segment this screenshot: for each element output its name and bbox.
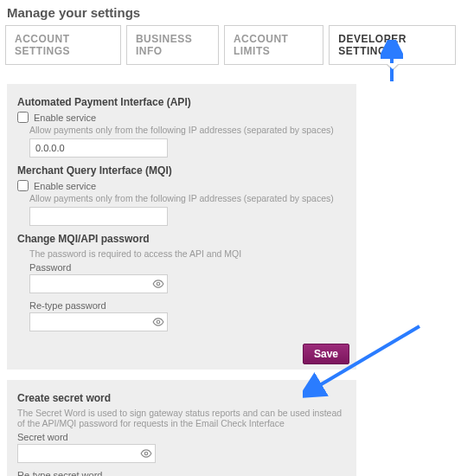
tab-developer-settings[interactable]: DEVELOPER SETTINGS: [329, 25, 456, 65]
change-password-hint: The password is required to access the A…: [29, 248, 346, 259]
password-label: Password: [29, 262, 346, 273]
mqi-section-title: Merchant Query Interface (MQI): [17, 164, 346, 177]
mqi-enable-checkbox[interactable]: [17, 180, 29, 191]
reveal-secret-word-icon[interactable]: [140, 447, 152, 460]
page-title: Manage your settings: [0, 0, 461, 25]
change-password-title: Change MQI/API password: [17, 233, 346, 245]
secret-word-title: Create secret word: [17, 392, 346, 404]
svg-point-2: [144, 452, 148, 455]
retype-secret-word-label: Re-type secret word: [17, 470, 346, 476]
developer-settings-panel: Automated Payment Interface (API) Enable…: [7, 84, 356, 370]
svg-point-1: [157, 320, 160, 324]
retype-password-label: Re-type password: [29, 300, 346, 311]
save-button-panel1[interactable]: Save: [303, 344, 349, 364]
secret-word-label: Secret word: [17, 432, 346, 442]
tab-account-settings[interactable]: ACCOUNT SETTINGS: [5, 25, 121, 65]
mqi-enable-label: Enable service: [34, 181, 96, 191]
reveal-retype-password-icon[interactable]: [152, 316, 164, 328]
api-enable-label: Enable service: [34, 113, 96, 123]
tab-account-limits[interactable]: ACCOUNT LIMITS: [224, 25, 323, 65]
tab-business-info[interactable]: BUSINESS INFO: [126, 25, 219, 65]
secret-word-hint: The Secret Word is used to sign gateway …: [17, 408, 346, 428]
api-ip-hint: Allow payments only from the following I…: [29, 125, 346, 135]
svg-point-0: [157, 282, 160, 286]
api-ip-input[interactable]: [29, 138, 168, 158]
retype-password-input[interactable]: [29, 312, 168, 331]
reveal-password-icon[interactable]: [152, 278, 164, 290]
password-input[interactable]: [29, 274, 168, 293]
secret-word-panel: Create secret word The Secret Word is us…: [7, 380, 356, 476]
tabs: ACCOUNT SETTINGS BUSINESS INFO ACCOUNT L…: [0, 25, 461, 68]
api-section-title: Automated Payment Interface (API): [17, 96, 346, 108]
mqi-ip-input[interactable]: [29, 207, 168, 226]
mqi-ip-hint: Allow payments only from the following I…: [29, 193, 346, 203]
secret-word-input[interactable]: [17, 444, 156, 463]
api-enable-checkbox[interactable]: [17, 112, 29, 123]
